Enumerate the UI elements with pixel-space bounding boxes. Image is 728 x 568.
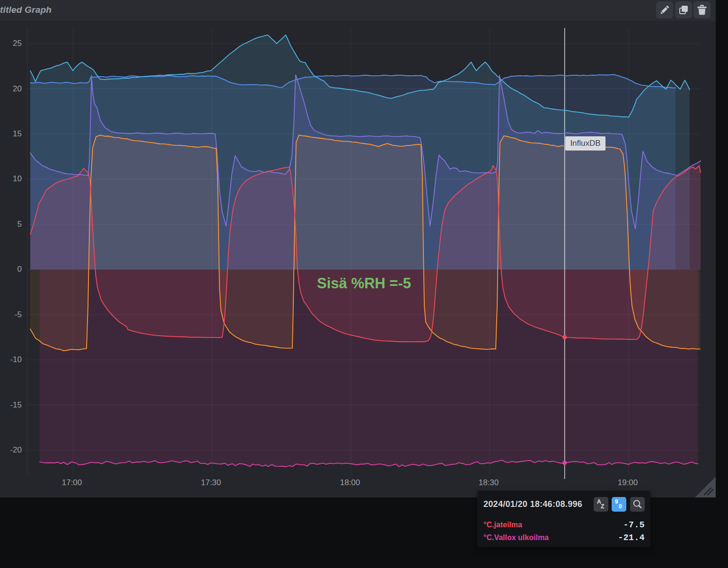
- svg-text:9: 9: [615, 498, 618, 505]
- svg-text:0: 0: [619, 503, 622, 510]
- svg-text:Z: Z: [601, 503, 604, 510]
